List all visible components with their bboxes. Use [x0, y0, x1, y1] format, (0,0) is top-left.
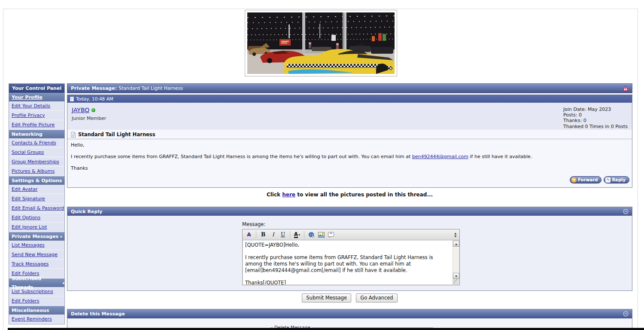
author-thanks: Thanks: 0 — [563, 118, 628, 123]
sidebar-item-your-profile[interactable]: Your Profile — [9, 93, 64, 101]
sidebar-item-pictures-albums[interactable]: Pictures & Albums — [9, 167, 64, 176]
go-advanced-button[interactable]: Go Advanced — [356, 293, 397, 302]
bold-icon[interactable]: B — [259, 231, 267, 239]
italic-icon[interactable]: I — [269, 231, 277, 239]
post-icon — [71, 132, 76, 138]
email-link[interactable]: ben492444@gmail.com — [412, 154, 468, 159]
author-user-title: Junior Member — [72, 116, 628, 121]
sidebar-item-edit-profile-picture[interactable]: Edit Profile Picture — [9, 120, 64, 130]
page-icon — [70, 97, 74, 101]
submit-message-button[interactable]: Submit Message — [302, 293, 351, 302]
sidebar-section-settings-options: Settings & Options — [9, 176, 64, 185]
control-panel-sidebar: Your Control Panel Your Profile Edit You… — [9, 83, 65, 324]
main-content: Private Message: Standard Tail Light Har… — [67, 83, 632, 330]
sidebar-item-send-new-message[interactable]: Send New Message — [9, 250, 64, 260]
message-line-2: I recently purchase some items from GRAF… — [71, 154, 629, 159]
private-message-header: Private Message: Standard Tail Light Har… — [67, 83, 632, 93]
sidebar-section-private-messages[interactable]: Private Messages — [9, 232, 64, 241]
author-posts: Posts: 0 — [563, 112, 628, 118]
view-pictures-link[interactable]: here — [282, 192, 295, 198]
quick-reply-body: Message: A B I U A▾ — [67, 216, 632, 290]
sidebar-item-edit-options[interactable]: Edit Options — [9, 213, 64, 223]
online-status-icon — [91, 108, 95, 112]
author-thanked: Thanked 0 Times in 0 Posts — [563, 124, 628, 129]
sidebar-item-group-memberships[interactable]: Group Memberships — [9, 157, 64, 167]
report-icon[interactable] — [623, 86, 629, 91]
insert-image-icon[interactable] — [317, 231, 325, 239]
author-stats: Join Date: May 2023 Posts: 0 Thanks: 0 T… — [563, 107, 628, 129]
collapse-icon[interactable] — [623, 311, 629, 317]
pm-header-label: Private Message: — [71, 86, 117, 91]
sidebar-item-track-messages[interactable]: Track Messages — [9, 260, 64, 269]
sidebar-item-list-messages[interactable]: List Messages — [9, 241, 64, 250]
pm-header-subject: Standard Tail Light Harness — [118, 86, 183, 91]
bottom-edge-bar — [8, 328, 644, 330]
reply-icon: ✎ — [605, 177, 611, 183]
message-body-area: Standard Tail Light Harness Hello, I rec… — [67, 130, 632, 187]
insert-link-icon[interactable] — [307, 231, 316, 239]
forward-icon: ➜ — [571, 177, 577, 183]
quote-icon[interactable]: ” — [327, 231, 335, 239]
sidebar-item-event-reminders[interactable]: Event Reminders — [9, 315, 64, 324]
scroll-down-icon[interactable]: ▼ — [453, 273, 459, 279]
message-field-label: Message: — [242, 221, 460, 227]
scroll-up-icon[interactable]: ▲ — [453, 241, 459, 247]
sidebar-item-edit-email-password[interactable]: Edit Email & Password — [9, 204, 64, 213]
editor-resize-icon[interactable]: ▲▼ — [454, 232, 457, 238]
sidebar-item-edit-ignore-list[interactable]: Edit Ignore List — [9, 223, 64, 232]
editor-toolbar: A B I U A▾ — [243, 229, 459, 240]
quick-reply-textarea[interactable]: [QUOTE=JAYBO]Hello, I recently purchase … — [243, 241, 453, 284]
sidebar-item-edit-your-details[interactable]: Edit Your Details — [9, 101, 64, 111]
quick-reply-title: Quick Reply — [71, 209, 102, 214]
bbcode-editor: A B I U A▾ — [242, 229, 460, 285]
chevron-down-icon — [58, 232, 62, 241]
sidebar-section-miscellaneous: Miscellaneous — [9, 306, 64, 315]
underline-icon[interactable]: U — [279, 231, 287, 239]
sidebar-item-edit-folders-subscriptions[interactable]: Edit Folders — [9, 296, 64, 306]
sidebar-item-contacts-friends[interactable]: Contacts & Friends — [9, 138, 64, 148]
sidebar-item-edit-signature[interactable]: Edit Signature — [9, 194, 64, 204]
remove-format-icon[interactable]: A — [245, 231, 253, 239]
author-username-link[interactable]: JAYBO — [72, 107, 89, 113]
sidebar-section-subscribed-threads[interactable]: Subscribed Threads — [9, 278, 64, 287]
delete-message-panel: Delete this Message Delete Message — [67, 309, 632, 330]
reply-button[interactable]: ✎ Reply — [604, 176, 629, 183]
author-join-date: Join Date: May 2023 — [563, 107, 628, 112]
chevron-down-icon — [61, 279, 64, 287]
font-color-icon[interactable]: A▾ — [293, 231, 301, 239]
message-subject: Standard Tail Light Harness — [78, 131, 155, 138]
svg-text:”: ” — [330, 232, 332, 236]
message-date-bar: Today, 10:48 AM — [67, 95, 632, 103]
sidebar-section-networking: Networking — [9, 130, 64, 138]
message-date: Today, 10:48 AM — [76, 96, 113, 101]
quick-reply-panel: Quick Reply Message: A B I U A▾ — [67, 207, 632, 291]
message-subject-row: Standard Tail Light Harness — [67, 130, 632, 139]
quick-reply-actions: Submit Message Go Advanced — [67, 293, 632, 302]
sidebar-item-edit-avatar[interactable]: Edit Avatar — [9, 185, 64, 194]
author-block: JAYBO Junior Member Join Date: May 2023 … — [67, 103, 632, 130]
car-show-photo-art — [247, 12, 395, 74]
resize-grip[interactable] — [453, 279, 459, 284]
collapse-icon[interactable] — [623, 209, 629, 214]
forward-button[interactable]: ➜ Forward — [570, 176, 601, 183]
delete-panel-header: Delete this Message — [67, 309, 632, 318]
message-panel: Today, 10:48 AM JAYBO Junior Member Join… — [67, 95, 632, 188]
sidebar-item-profile-privacy[interactable]: Profile Privacy — [9, 111, 64, 120]
sidebar-title: Your Control Panel — [9, 84, 64, 93]
car-show-photo[interactable] — [245, 10, 397, 76]
delete-panel-title: Delete this Message — [71, 311, 125, 317]
message-line-3: Thanks — [71, 165, 629, 171]
view-pictures-line: Click here to view all the pictures post… — [67, 192, 632, 198]
editor-scrollbar[interactable]: ▲ ▼ — [453, 241, 459, 284]
message-line-1: Hello, — [71, 142, 629, 148]
message-text: Hello, I recently purchase some items fr… — [67, 139, 632, 180]
sidebar-item-social-groups[interactable]: Social Groups — [9, 148, 64, 157]
editor-text-region: [QUOTE=JAYBO]Hello, I recently purchase … — [243, 241, 459, 284]
quick-reply-header: Quick Reply — [67, 207, 632, 216]
